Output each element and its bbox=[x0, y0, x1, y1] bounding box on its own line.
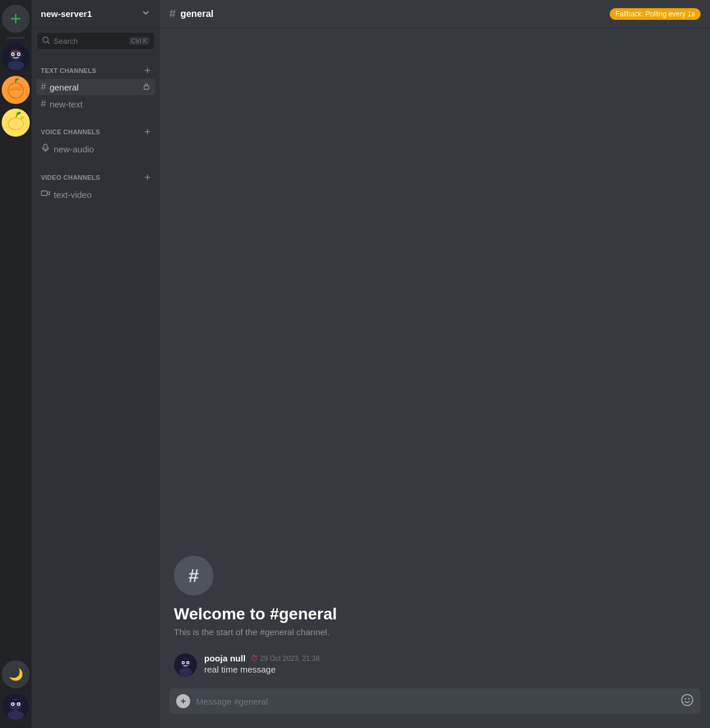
search-icon bbox=[42, 36, 50, 46]
server-list: 🌙 bbox=[0, 0, 32, 728]
messages-area: # Welcome to #general This is the start … bbox=[160, 28, 710, 688]
video-channels-header[interactable]: VIDEO CHANNELS + bbox=[36, 170, 155, 185]
svg-rect-26 bbox=[144, 86, 149, 89]
svg-point-23 bbox=[12, 703, 14, 705]
message-text: real time message bbox=[204, 664, 696, 674]
add-server-button[interactable] bbox=[2, 5, 30, 33]
svg-point-37 bbox=[682, 694, 693, 705]
search-shortcut: Ctrl K bbox=[129, 37, 150, 45]
add-voice-channel-button[interactable]: + bbox=[144, 127, 151, 137]
svg-point-35 bbox=[187, 662, 188, 663]
video-channels-label: VIDEO CHANNELS bbox=[41, 174, 144, 181]
video-channels-section: VIDEO CHANNELS + text-video bbox=[32, 161, 160, 206]
message-meta: pooja null ⏱ 29 Oct 2023, 21:38 bbox=[204, 653, 696, 663]
message-input-bar: Message #general bbox=[169, 688, 701, 714]
channel-item-new-text[interactable]: # new-text bbox=[36, 96, 155, 112]
welcome-hash-icon: # bbox=[188, 565, 199, 587]
svg-point-14 bbox=[9, 119, 23, 129]
lock-icon bbox=[142, 82, 151, 92]
channel-name-text-video: text-video bbox=[54, 190, 92, 200]
voice-channel-icon bbox=[41, 143, 50, 155]
channel-sidebar: new-server1 Search Ctrl K TEXT CHANNELS … bbox=[32, 0, 160, 728]
svg-point-2 bbox=[8, 61, 24, 70]
channel-welcome: # Welcome to #general This is the start … bbox=[160, 546, 710, 651]
server-name: new-server1 bbox=[41, 9, 137, 19]
add-video-channel-button[interactable]: + bbox=[144, 172, 151, 183]
voice-channels-header[interactable]: VOICE CHANNELS + bbox=[36, 124, 155, 140]
server-name-bar[interactable]: new-server1 bbox=[32, 0, 160, 28]
moon-icon-button[interactable]: 🌙 bbox=[2, 660, 30, 688]
svg-rect-28 bbox=[41, 191, 47, 196]
server-icon-lemon[interactable] bbox=[2, 109, 30, 137]
emoji-button[interactable] bbox=[681, 694, 694, 709]
channel-name-general: general bbox=[50, 82, 79, 92]
message-timestamp-badge: ⏱ 29 Oct 2023, 21:38 bbox=[250, 654, 320, 663]
channel-item-new-audio[interactable]: new-audio bbox=[36, 140, 155, 158]
main-content: # general Fallback: Polling every 1s # W… bbox=[160, 0, 710, 728]
channel-header-icon: # bbox=[169, 7, 176, 20]
svg-point-38 bbox=[685, 698, 686, 699]
fallback-badge: Fallback: Polling every 1s bbox=[610, 8, 701, 20]
welcome-title: Welcome to #general bbox=[174, 605, 696, 623]
video-channel-icon bbox=[41, 189, 50, 200]
text-channel-icon-2: # bbox=[41, 99, 46, 109]
text-channels-label: TEXT CHANNELS bbox=[41, 67, 144, 74]
channel-name-new-text: new-text bbox=[50, 99, 83, 109]
chevron-down-icon bbox=[141, 8, 151, 20]
channel-header-name: general bbox=[180, 9, 214, 19]
message-author: pooja null bbox=[204, 653, 246, 663]
top-bar: # general Fallback: Polling every 1s bbox=[160, 0, 710, 28]
search-placeholder: Search bbox=[54, 37, 125, 46]
user-profile-button[interactable] bbox=[2, 693, 30, 721]
welcome-icon: # bbox=[174, 556, 214, 595]
message-body: pooja null ⏱ 29 Oct 2023, 21:38 real tim… bbox=[204, 653, 696, 677]
voice-channels-label: VOICE CHANNELS bbox=[41, 128, 144, 135]
bottom-server-icons: 🌙 bbox=[2, 660, 30, 728]
server-icon-orange[interactable] bbox=[2, 76, 30, 104]
channel-name-new-audio: new-audio bbox=[54, 144, 94, 154]
clock-icon: ⏱ bbox=[250, 654, 258, 663]
avatar bbox=[174, 653, 197, 677]
svg-point-6 bbox=[18, 54, 20, 55]
attach-button[interactable] bbox=[176, 694, 190, 708]
svg-point-24 bbox=[18, 703, 20, 705]
voice-channels-section: VOICE CHANNELS + new-audio bbox=[32, 115, 160, 161]
add-text-channel-button[interactable]: + bbox=[144, 65, 151, 76]
message-input[interactable]: Message #general bbox=[196, 696, 675, 706]
moon-icon: 🌙 bbox=[9, 667, 23, 681]
text-channels-section: TEXT CHANNELS + # general # new-text bbox=[32, 54, 160, 115]
server-icon-anime[interactable] bbox=[2, 43, 30, 71]
text-channel-icon: # bbox=[41, 82, 46, 92]
welcome-description: This is the start of the #general channe… bbox=[174, 627, 696, 637]
svg-point-5 bbox=[12, 54, 14, 55]
server-divider bbox=[6, 37, 25, 39]
search-bar[interactable]: Search Ctrl K bbox=[37, 33, 154, 49]
text-channels-header[interactable]: TEXT CHANNELS + bbox=[36, 63, 155, 78]
svg-point-31 bbox=[179, 668, 192, 676]
svg-point-34 bbox=[183, 662, 184, 663]
message-item: pooja null ⏱ 29 Oct 2023, 21:38 real tim… bbox=[160, 651, 710, 679]
svg-point-20 bbox=[8, 710, 24, 720]
svg-point-39 bbox=[688, 698, 690, 699]
message-timestamp: 29 Oct 2023, 21:38 bbox=[260, 654, 320, 663]
channel-item-general[interactable]: # general bbox=[36, 79, 155, 95]
channel-item-text-video[interactable]: text-video bbox=[36, 186, 155, 203]
